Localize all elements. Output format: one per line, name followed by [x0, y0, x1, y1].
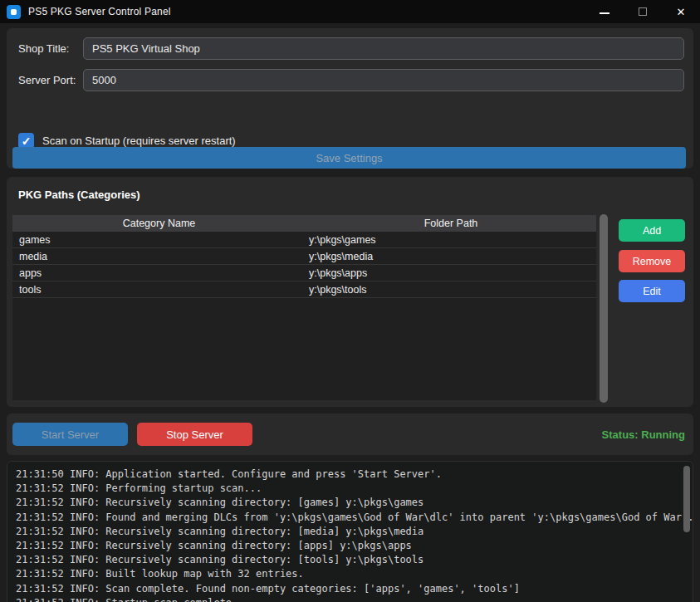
checkmark-icon: ✓	[22, 135, 32, 148]
path-cell: y:\pkgs\media	[306, 251, 596, 262]
app-icon	[7, 5, 21, 19]
log-line: 21:31:52 INFO: Recursively scanning dire…	[16, 539, 684, 553]
scan-on-startup-label: Scan on Startup (requires server restart…	[42, 135, 236, 147]
window-controls: ✕	[585, 0, 700, 23]
close-icon: ✕	[677, 6, 686, 18]
log-line: 21:31:50 INFO: Application started. Conf…	[16, 467, 684, 482]
table-row[interactable]: toolsy:\pkgs\tools	[12, 281, 596, 298]
log-line: 21:31:52 INFO: Startup scan complete.	[16, 596, 684, 602]
log-line: 21:31:52 INFO: Performing startup scan..…	[16, 482, 684, 496]
log-scrollbar[interactable]	[683, 466, 690, 602]
server-controls-panel: Start Server Stop Server Status: Running	[7, 414, 693, 455]
window-title: PS5 PKG Server Control Panel	[28, 6, 171, 17]
categories-table: Category Name Folder Path gamesy:\pkgs\g…	[12, 215, 596, 400]
column-header-path[interactable]: Folder Path	[306, 215, 596, 232]
minimize-icon	[600, 12, 609, 14]
table-scrollbar-thumb[interactable]	[600, 214, 608, 403]
log-panel: 21:31:50 INFO: Application started. Conf…	[7, 461, 693, 602]
save-settings-button[interactable]: Save Settings	[12, 147, 686, 169]
pkg-paths-heading: PKG Paths (Categories)	[18, 188, 140, 201]
table-row[interactable]: gamesy:\pkgs\games	[12, 232, 596, 248]
edit-button[interactable]: Edit	[619, 280, 685, 302]
log-scrollbar-thumb[interactable]	[683, 466, 690, 532]
column-header-category[interactable]: Category Name	[12, 215, 306, 232]
path-cell: y:\pkgs\tools	[306, 284, 596, 296]
table-scrollbar[interactable]	[600, 214, 608, 403]
table-row[interactable]: appsy:\pkgs\apps	[12, 265, 596, 281]
path-cell: y:\pkgs\apps	[306, 267, 596, 279]
close-button[interactable]: ✕	[662, 0, 700, 23]
log-line: 21:31:52 INFO: Scan complete. Found non-…	[16, 582, 684, 596]
category-cell: apps	[12, 267, 306, 279]
app-window: PS5 PKG Server Control Panel ✕ Shop Titl…	[0, 0, 700, 602]
app-icon-inner	[11, 9, 17, 15]
table-row[interactable]: mediay:\pkgs\media	[12, 248, 596, 265]
category-cell: tools	[12, 284, 306, 296]
server-port-input[interactable]	[83, 69, 684, 91]
log-line: 21:31:52 INFO: Recursively scanning dire…	[16, 553, 684, 567]
category-cell: games	[12, 234, 306, 246]
table-header: Category Name Folder Path	[12, 215, 596, 232]
settings-panel: Shop Title: Server Port: ✓ Scan on Start…	[7, 28, 693, 169]
remove-button[interactable]: Remove	[619, 250, 685, 272]
pkg-paths-panel: PKG Paths (Categories) Category Name Fol…	[7, 177, 693, 407]
add-button[interactable]: Add	[619, 219, 685, 242]
log-line: 21:31:52 INFO: Recursively scanning dire…	[16, 525, 684, 539]
title-bar: PS5 PKG Server Control Panel ✕	[0, 0, 700, 23]
shop-title-input[interactable]	[83, 37, 684, 60]
start-server-button[interactable]: Start Server	[12, 423, 128, 446]
category-cell: media	[12, 251, 306, 262]
log-output: 21:31:50 INFO: Application started. Conf…	[7, 462, 693, 602]
table-body: gamesy:\pkgs\gamesmediay:\pkgs\mediaapps…	[12, 232, 596, 298]
path-cell: y:\pkgs\games	[306, 234, 596, 246]
shop-title-label: Shop Title:	[12, 42, 83, 55]
log-line: 21:31:52 INFO: Found and merging DLCs fr…	[16, 511, 684, 525]
log-line: 21:31:52 INFO: Recursively scanning dire…	[16, 496, 684, 510]
maximize-button[interactable]	[624, 0, 662, 23]
stop-server-button[interactable]: Stop Server	[137, 423, 252, 446]
status-badge: Status: Running	[602, 414, 685, 455]
server-port-label: Server Port:	[12, 74, 83, 86]
maximize-icon	[639, 7, 647, 16]
log-line: 21:31:52 INFO: Built lookup map with 32 …	[16, 567, 684, 581]
minimize-button[interactable]	[585, 0, 624, 23]
